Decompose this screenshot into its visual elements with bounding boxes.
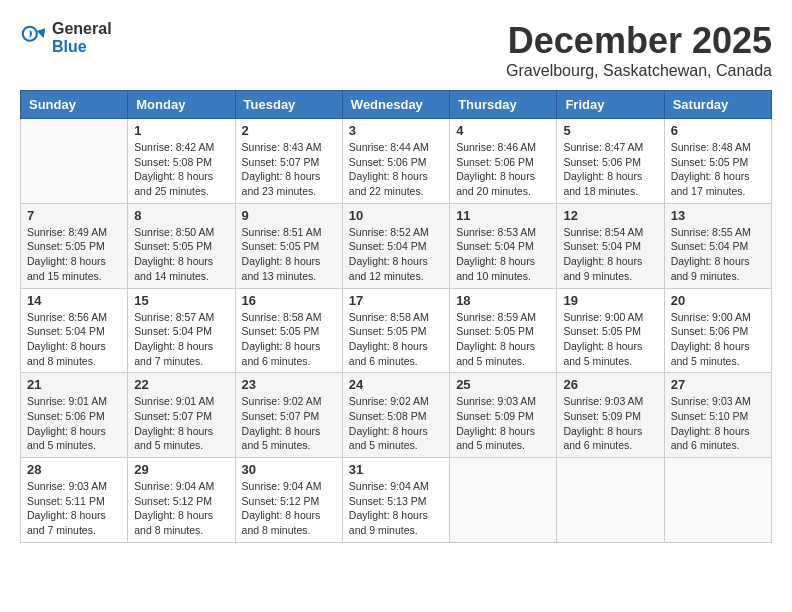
calendar-cell: 31 Sunrise: 9:04 AMSunset: 5:13 PMDaylig…: [342, 458, 449, 543]
day-number: 18: [456, 293, 550, 308]
day-number: 15: [134, 293, 228, 308]
calendar-cell: 19 Sunrise: 9:00 AMSunset: 5:05 PMDaylig…: [557, 288, 664, 373]
header-thursday: Thursday: [450, 91, 557, 119]
calendar-cell: 4 Sunrise: 8:46 AMSunset: 5:06 PMDayligh…: [450, 119, 557, 204]
day-info: Sunrise: 8:48 AMSunset: 5:05 PMDaylight:…: [671, 140, 765, 199]
day-number: 7: [27, 208, 121, 223]
day-number: 14: [27, 293, 121, 308]
day-info: Sunrise: 8:56 AMSunset: 5:04 PMDaylight:…: [27, 310, 121, 369]
day-info: Sunrise: 9:04 AMSunset: 5:12 PMDaylight:…: [134, 479, 228, 538]
day-info: Sunrise: 8:57 AMSunset: 5:04 PMDaylight:…: [134, 310, 228, 369]
calendar-week-row: 14 Sunrise: 8:56 AMSunset: 5:04 PMDaylig…: [21, 288, 772, 373]
calendar-cell: 26 Sunrise: 9:03 AMSunset: 5:09 PMDaylig…: [557, 373, 664, 458]
day-info: Sunrise: 8:47 AMSunset: 5:06 PMDaylight:…: [563, 140, 657, 199]
day-info: Sunrise: 8:53 AMSunset: 5:04 PMDaylight:…: [456, 225, 550, 284]
day-number: 23: [242, 377, 336, 392]
calendar-week-row: 21 Sunrise: 9:01 AMSunset: 5:06 PMDaylig…: [21, 373, 772, 458]
calendar-cell: 9 Sunrise: 8:51 AMSunset: 5:05 PMDayligh…: [235, 203, 342, 288]
calendar-cell: 30 Sunrise: 9:04 AMSunset: 5:12 PMDaylig…: [235, 458, 342, 543]
day-info: Sunrise: 9:01 AMSunset: 5:06 PMDaylight:…: [27, 394, 121, 453]
day-number: 28: [27, 462, 121, 477]
header: General Blue December 2025 Gravelbourg, …: [20, 20, 772, 80]
svg-point-0: [23, 27, 37, 41]
calendar-cell: 8 Sunrise: 8:50 AMSunset: 5:05 PMDayligh…: [128, 203, 235, 288]
day-info: Sunrise: 8:54 AMSunset: 5:04 PMDaylight:…: [563, 225, 657, 284]
header-saturday: Saturday: [664, 91, 771, 119]
day-number: 8: [134, 208, 228, 223]
day-info: Sunrise: 8:55 AMSunset: 5:04 PMDaylight:…: [671, 225, 765, 284]
day-number: 12: [563, 208, 657, 223]
day-number: 30: [242, 462, 336, 477]
calendar-cell: [557, 458, 664, 543]
day-number: 22: [134, 377, 228, 392]
day-info: Sunrise: 9:02 AMSunset: 5:07 PMDaylight:…: [242, 394, 336, 453]
calendar-cell: 18 Sunrise: 8:59 AMSunset: 5:05 PMDaylig…: [450, 288, 557, 373]
calendar-cell: 11 Sunrise: 8:53 AMSunset: 5:04 PMDaylig…: [450, 203, 557, 288]
calendar-cell: 15 Sunrise: 8:57 AMSunset: 5:04 PMDaylig…: [128, 288, 235, 373]
calendar-cell: 20 Sunrise: 9:00 AMSunset: 5:06 PMDaylig…: [664, 288, 771, 373]
day-number: 21: [27, 377, 121, 392]
day-info: Sunrise: 9:03 AMSunset: 5:11 PMDaylight:…: [27, 479, 121, 538]
day-info: Sunrise: 8:59 AMSunset: 5:05 PMDaylight:…: [456, 310, 550, 369]
calendar-header-row: SundayMondayTuesdayWednesdayThursdayFrid…: [21, 91, 772, 119]
day-info: Sunrise: 9:00 AMSunset: 5:06 PMDaylight:…: [671, 310, 765, 369]
calendar-cell: 5 Sunrise: 8:47 AMSunset: 5:06 PMDayligh…: [557, 119, 664, 204]
day-info: Sunrise: 8:42 AMSunset: 5:08 PMDaylight:…: [134, 140, 228, 199]
day-info: Sunrise: 9:00 AMSunset: 5:05 PMDaylight:…: [563, 310, 657, 369]
calendar-cell: [450, 458, 557, 543]
day-info: Sunrise: 9:01 AMSunset: 5:07 PMDaylight:…: [134, 394, 228, 453]
calendar-cell: 17 Sunrise: 8:58 AMSunset: 5:05 PMDaylig…: [342, 288, 449, 373]
day-number: 16: [242, 293, 336, 308]
day-info: Sunrise: 8:43 AMSunset: 5:07 PMDaylight:…: [242, 140, 336, 199]
day-number: 1: [134, 123, 228, 138]
header-wednesday: Wednesday: [342, 91, 449, 119]
title-area: December 2025 Gravelbourg, Saskatchewan,…: [506, 20, 772, 80]
calendar-week-row: 1 Sunrise: 8:42 AMSunset: 5:08 PMDayligh…: [21, 119, 772, 204]
day-info: Sunrise: 8:58 AMSunset: 5:05 PMDaylight:…: [242, 310, 336, 369]
day-number: 11: [456, 208, 550, 223]
header-friday: Friday: [557, 91, 664, 119]
day-info: Sunrise: 9:03 AMSunset: 5:09 PMDaylight:…: [456, 394, 550, 453]
day-info: Sunrise: 9:03 AMSunset: 5:09 PMDaylight:…: [563, 394, 657, 453]
day-info: Sunrise: 9:02 AMSunset: 5:08 PMDaylight:…: [349, 394, 443, 453]
calendar-cell: 21 Sunrise: 9:01 AMSunset: 5:06 PMDaylig…: [21, 373, 128, 458]
day-number: 24: [349, 377, 443, 392]
calendar-cell: 27 Sunrise: 9:03 AMSunset: 5:10 PMDaylig…: [664, 373, 771, 458]
day-info: Sunrise: 8:52 AMSunset: 5:04 PMDaylight:…: [349, 225, 443, 284]
calendar-cell: 1 Sunrise: 8:42 AMSunset: 5:08 PMDayligh…: [128, 119, 235, 204]
calendar-cell: [21, 119, 128, 204]
day-number: 17: [349, 293, 443, 308]
day-info: Sunrise: 9:04 AMSunset: 5:13 PMDaylight:…: [349, 479, 443, 538]
day-info: Sunrise: 8:44 AMSunset: 5:06 PMDaylight:…: [349, 140, 443, 199]
day-number: 2: [242, 123, 336, 138]
calendar-cell: 24 Sunrise: 9:02 AMSunset: 5:08 PMDaylig…: [342, 373, 449, 458]
month-title: December 2025: [506, 20, 772, 62]
calendar-table: SundayMondayTuesdayWednesdayThursdayFrid…: [20, 90, 772, 543]
calendar-cell: 7 Sunrise: 8:49 AMSunset: 5:05 PMDayligh…: [21, 203, 128, 288]
calendar-cell: 6 Sunrise: 8:48 AMSunset: 5:05 PMDayligh…: [664, 119, 771, 204]
day-info: Sunrise: 8:50 AMSunset: 5:05 PMDaylight:…: [134, 225, 228, 284]
day-number: 31: [349, 462, 443, 477]
header-monday: Monday: [128, 91, 235, 119]
day-number: 27: [671, 377, 765, 392]
day-number: 3: [349, 123, 443, 138]
calendar-cell: [664, 458, 771, 543]
calendar-cell: 22 Sunrise: 9:01 AMSunset: 5:07 PMDaylig…: [128, 373, 235, 458]
calendar-cell: 14 Sunrise: 8:56 AMSunset: 5:04 PMDaylig…: [21, 288, 128, 373]
logo-text: General Blue: [52, 20, 112, 56]
header-tuesday: Tuesday: [235, 91, 342, 119]
calendar-cell: 2 Sunrise: 8:43 AMSunset: 5:07 PMDayligh…: [235, 119, 342, 204]
header-sunday: Sunday: [21, 91, 128, 119]
calendar-cell: 10 Sunrise: 8:52 AMSunset: 5:04 PMDaylig…: [342, 203, 449, 288]
day-number: 19: [563, 293, 657, 308]
day-number: 5: [563, 123, 657, 138]
day-number: 9: [242, 208, 336, 223]
day-info: Sunrise: 8:46 AMSunset: 5:06 PMDaylight:…: [456, 140, 550, 199]
day-info: Sunrise: 9:04 AMSunset: 5:12 PMDaylight:…: [242, 479, 336, 538]
calendar-cell: 23 Sunrise: 9:02 AMSunset: 5:07 PMDaylig…: [235, 373, 342, 458]
calendar-cell: 25 Sunrise: 9:03 AMSunset: 5:09 PMDaylig…: [450, 373, 557, 458]
day-number: 6: [671, 123, 765, 138]
calendar-cell: 3 Sunrise: 8:44 AMSunset: 5:06 PMDayligh…: [342, 119, 449, 204]
calendar-cell: 13 Sunrise: 8:55 AMSunset: 5:04 PMDaylig…: [664, 203, 771, 288]
day-number: 4: [456, 123, 550, 138]
